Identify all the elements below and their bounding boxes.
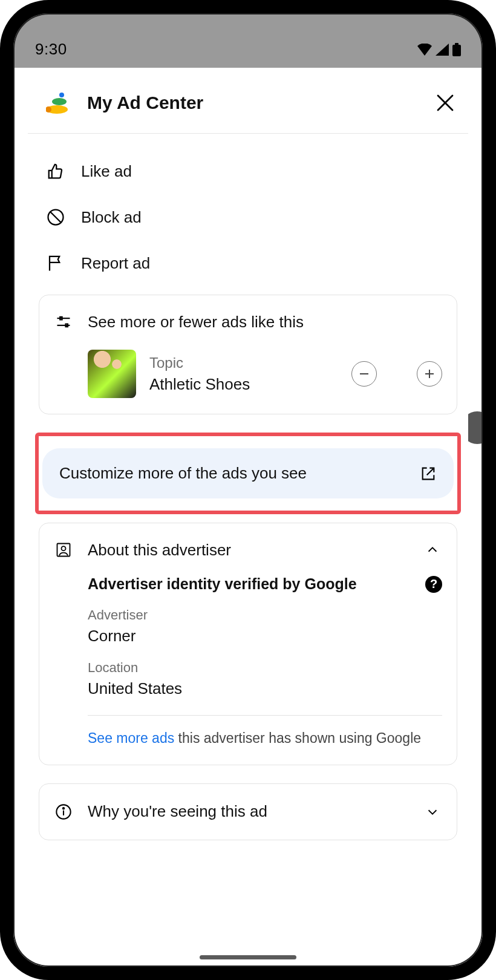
status-bar: 9:30 [13,11,483,68]
why-card-title: Why you're seeing this ad [88,802,408,821]
topics-card-title: See more or fewer ads like this [88,313,442,332]
location-label: Location [88,660,442,676]
expand-button[interactable] [423,802,442,822]
topics-card: See more or fewer ads like this Topic At… [39,295,457,414]
cell-icon [436,44,449,56]
like-ad-button[interactable]: Like ad [46,148,450,194]
why-card[interactable]: Why you're seeing this ad [39,783,457,840]
topic-row: Topic Athletic Shoes [54,350,442,398]
help-button[interactable]: ? [425,576,442,593]
advertiser-card: About this advertiser Advertiser identit… [39,523,457,765]
plus-icon [424,368,435,379]
topic-thumbnail [88,350,136,398]
see-more-ads-link[interactable]: See more ads [88,730,174,746]
advertiser-value: Corner [88,627,442,645]
svg-point-3 [52,98,67,105]
like-ad-label: Like ad [81,162,132,181]
chevron-up-icon [426,543,439,557]
verified-text: Advertiser identity verified by Google [88,575,417,593]
location-value: United States [88,679,442,698]
thumbs-up-icon [46,162,65,181]
battery-icon [452,43,461,56]
verified-row: Advertiser identity verified by Google ? [88,575,442,593]
block-icon [46,207,65,227]
svg-point-16 [62,546,66,550]
see-more-ads-line: See more ads this advertiser has shown u… [88,728,442,749]
topic-name: Athletic Shoes [149,375,338,394]
report-ad-label: Report ad [81,254,150,273]
report-ad-button[interactable]: Report ad [46,240,450,286]
customize-ads-button[interactable]: Customize more of the ads you see [42,448,454,498]
close-button[interactable] [433,91,457,115]
topic-label: Topic [149,354,338,371]
divider [88,715,442,716]
status-time: 9:30 [35,40,67,59]
home-indicator [200,955,296,959]
fewer-button[interactable] [351,361,377,387]
wifi-icon [417,44,432,56]
action-list: Like ad Block ad Report ad [28,134,468,286]
minus-icon [359,368,370,379]
svg-point-2 [59,93,64,97]
open-external-icon [420,465,437,482]
ad-center-logo-icon [46,92,75,114]
advertiser-card-title: About this advertiser [88,541,408,560]
customize-ads-label: Customize more of the ads you see [59,464,409,483]
svg-line-7 [50,212,61,223]
more-button[interactable] [417,361,442,387]
svg-rect-1 [455,43,458,45]
svg-rect-0 [452,45,461,56]
block-ad-label: Block ad [81,208,142,227]
sheet-content: My Ad Center Like ad Block ad Report ad [28,68,468,968]
svg-point-19 [63,808,64,809]
sliders-icon [54,312,73,332]
chevron-down-icon [426,805,439,818]
info-icon [54,802,73,822]
svg-rect-15 [57,544,70,557]
collapse-button[interactable] [423,540,442,560]
block-ad-button[interactable]: Block ad [46,194,450,240]
advertiser-label: Advertiser [88,607,442,623]
status-icons [417,43,461,56]
close-icon [436,94,454,112]
sheet-title: My Ad Center [87,93,421,113]
highlight-annotation: Customize more of the ads you see [35,433,461,514]
see-more-ads-rest: this advertiser has shown using Google [174,730,421,746]
flag-icon [46,253,65,273]
person-card-icon [54,540,73,560]
sheet-header: My Ad Center [28,68,468,134]
